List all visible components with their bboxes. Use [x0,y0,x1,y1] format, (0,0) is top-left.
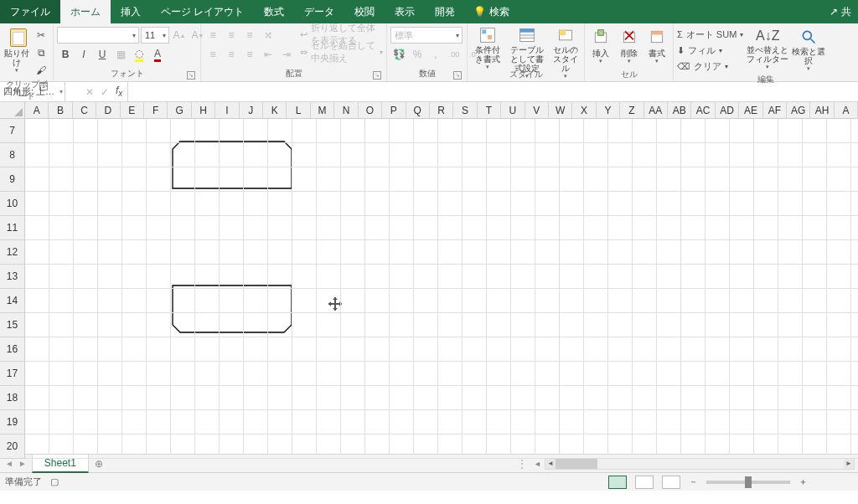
page-layout-view-button[interactable] [635,476,654,489]
column-header-I[interactable]: I [215,102,239,119]
column-header-AE[interactable]: AE [739,102,762,119]
column-header-J[interactable]: J [240,102,263,119]
dialog-launcher-icon[interactable]: ↘ [187,71,195,80]
shape-rounded-rect-1[interactable] [172,141,292,189]
row-header-19[interactable]: 19 [0,410,25,435]
column-header-F[interactable]: F [144,102,168,119]
orientation-button[interactable]: ⤭ [260,27,277,44]
tab-developer[interactable]: 開発 [425,0,465,23]
sheet-nav-next[interactable]: ► [18,459,27,468]
tab-page-layout[interactable]: ページ レイアウト [151,0,254,23]
italic-button[interactable]: I [75,46,92,63]
column-header-K[interactable]: K [263,102,287,119]
row-header-8[interactable]: 8 [0,143,25,167]
share-button[interactable]: ↗ 共 [823,0,858,23]
align-bottom-button[interactable]: ≡ [241,27,258,44]
row-header-10[interactable]: 10 [0,192,25,216]
decrease-indent-button[interactable]: ⇤ [260,46,277,63]
cells-area[interactable] [25,119,858,454]
column-header-U[interactable]: U [501,102,525,119]
column-header-AA[interactable]: AA [644,102,668,119]
merge-center-button[interactable]: ⇔セルを結合して中央揃え▾ [300,44,383,59]
enter-formula-button[interactable]: ✓ [101,86,109,98]
row-header-12[interactable]: 12 [0,240,25,265]
number-format-select[interactable]: 標準 [390,27,463,44]
tab-review[interactable]: 校閲 [344,0,385,23]
macro-record-icon[interactable]: ▢ [50,476,59,487]
align-right-button[interactable]: ≡ [241,46,258,63]
cell-styles-button[interactable]: セルのスタイル▾ [550,25,581,69]
column-header-D[interactable]: D [96,102,120,119]
insert-function-button[interactable]: fx [116,85,122,98]
font-color-button[interactable]: A [149,46,166,63]
row-header-16[interactable]: 16 [0,337,25,362]
sheet-nav-prev[interactable]: ◄ [5,459,13,468]
clear-button[interactable]: ⌫クリア▾ [677,59,743,74]
column-header-AC[interactable]: AC [691,102,715,119]
tab-insert[interactable]: 挿入 [111,0,151,23]
bold-button[interactable]: B [57,46,74,63]
fill-button[interactable]: ⬇フィル▾ [677,43,743,58]
zoom-slider-handle[interactable] [745,476,752,488]
row-header-17[interactable]: 17 [0,362,25,386]
worksheet-grid[interactable]: ABCDEFGHIJKLMNOPQRSTUVWXYZAAABACADAEAFAG… [0,102,858,454]
zoom-out-button[interactable]: － [689,476,698,488]
sort-filter-button[interactable]: A↓Z 並べ替えとフィルター▾ [747,27,788,70]
column-header-Z[interactable]: Z [620,102,644,119]
row-header-11[interactable]: 11 [0,216,25,240]
horizontal-scrollbar[interactable]: ◄ ► [545,458,855,470]
chevron-down-icon[interactable]: ▾ [59,88,63,95]
increase-decimal-button[interactable]: .00 [446,46,463,63]
hscroll-left-button[interactable]: ◄ [534,460,541,468]
cut-button[interactable]: ✂ [33,27,49,44]
column-header-L[interactable]: L [287,102,310,119]
column-header-E[interactable]: E [121,102,144,119]
font-name-select[interactable] [57,27,139,44]
format-painter-button[interactable]: 🖌 [33,62,49,79]
format-cells-button[interactable]: 書式▾ [644,25,669,69]
name-box[interactable]: 四角形: 上… ▾ [0,82,65,101]
insert-cells-button[interactable]: 挿入▾ [588,25,613,69]
row-header-18[interactable]: 18 [0,386,25,410]
hscroll-right-icon[interactable]: ► [844,459,854,469]
column-header-R[interactable]: R [430,102,453,119]
split-handle[interactable]: ⋮ [517,458,527,470]
column-header-O[interactable]: O [359,102,382,119]
column-header-P[interactable]: P [382,102,406,119]
page-break-view-button[interactable] [662,476,680,489]
hscroll-thumb[interactable] [556,459,597,469]
conditional-formatting-button[interactable]: 条件付き書式▾ [471,25,504,69]
dialog-launcher-icon[interactable]: ↘ [373,71,381,80]
row-header-9[interactable]: 9 [0,167,25,192]
row-header-7[interactable]: 7 [0,119,25,143]
row-header-14[interactable]: 14 [0,289,25,313]
column-header-AG[interactable]: AG [787,102,810,119]
align-center-button[interactable]: ≡ [223,46,240,63]
tab-file[interactable]: ファイル [0,0,60,23]
find-select-button[interactable]: 検索と選択▾ [792,27,825,70]
align-top-button[interactable]: ≡ [204,27,221,44]
align-middle-button[interactable]: ≡ [223,27,240,44]
column-header-M[interactable]: M [311,102,334,119]
tab-home[interactable]: ホーム [60,0,111,23]
increase-indent-button[interactable]: ⇥ [278,46,295,63]
column-header-A[interactable]: A [835,102,858,119]
column-header-AB[interactable]: AB [668,102,691,119]
row-header-15[interactable]: 15 [0,313,25,337]
tell-me-search[interactable]: 💡 検索 [465,0,518,23]
tab-formulas[interactable]: 数式 [254,0,294,23]
comma-button[interactable]: , [427,46,444,63]
percent-button[interactable]: % [409,46,426,63]
shape-rounded-rect-2[interactable] [172,285,292,333]
column-header-S[interactable]: S [453,102,477,119]
fill-color-button[interactable]: ◌ [131,46,147,63]
column-header-AF[interactable]: AF [763,102,787,119]
delete-cells-button[interactable]: 削除▾ [617,25,642,69]
copy-button[interactable]: ⧉ [33,44,49,61]
font-size-select[interactable]: 11 [141,27,169,44]
cancel-formula-button[interactable]: ✕ [85,86,94,98]
row-header-20[interactable]: 20 [0,435,25,459]
column-header-C[interactable]: C [73,102,96,119]
zoom-slider[interactable] [706,481,790,484]
column-header-A[interactable]: A [25,102,49,119]
